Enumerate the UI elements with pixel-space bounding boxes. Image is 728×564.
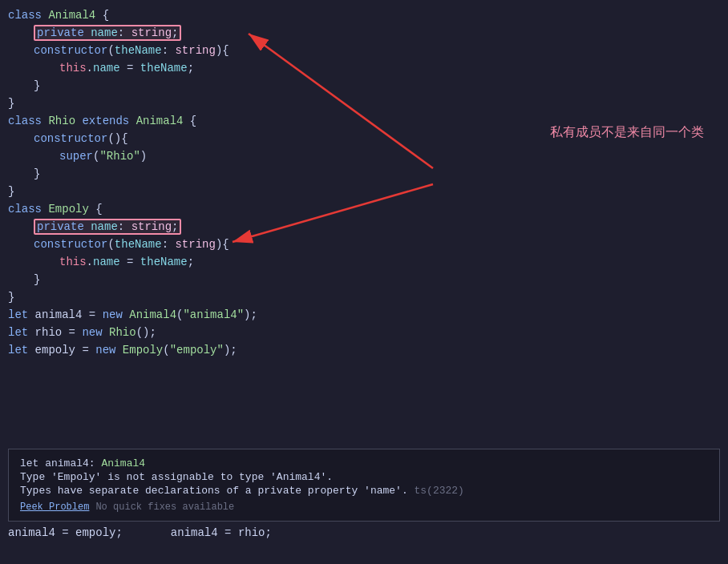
code-line: let empoly = new Empoly("empoly"); [0, 341, 728, 359]
tooltip-detail-suffix: . [402, 485, 415, 497]
code-line: super("Rhio") [0, 147, 728, 165]
code-line: } [0, 95, 728, 112]
tooltip-detail-name: 'name' [364, 485, 402, 497]
tooltip-prefix: let animal4: [20, 457, 101, 469]
tooltip-detail-prefix: Types have separate declarations of a pr… [20, 485, 364, 497]
code-line: } [0, 165, 728, 183]
code-line: let animal4 = new Animal4("animal4"); [0, 306, 728, 324]
bottom-code-line: animal4 = empoly; animal4 = rhio; [0, 522, 728, 544]
peek-problem-link[interactable]: Peek Problem [20, 502, 89, 513]
code-line: private name: string; [0, 24, 728, 42]
code-line: } [0, 183, 728, 200]
tooltip-panel: let animal4: Animal4 Type 'Empoly' is no… [8, 449, 720, 522]
no-fixes-label: No quick fixes available [95, 502, 234, 513]
tooltip-error-line: Type 'Empoly' is not assignable to type … [20, 471, 708, 483]
tooltip-detail-line: Types have separate declarations of a pr… [20, 485, 708, 497]
bottom-assign-2: animal4 = rhio; [171, 526, 272, 539]
code-line: } [0, 271, 728, 288]
tooltip-ts-code: ts(2322) [415, 485, 464, 497]
code-line: this.name = theName; [0, 59, 728, 77]
bottom-val1: empoly; [75, 526, 123, 539]
tooltip-type-value: Animal4 [101, 457, 145, 469]
bottom-assign-1: animal4 = empoly; [8, 526, 123, 539]
code-line: class Animal4 { [0, 6, 728, 24]
highlighted-code: private name: string; [34, 25, 181, 41]
code-line: constructor(theName: string){ [0, 236, 728, 253]
code-line: constructor(theName: string){ [0, 42, 728, 59]
code-line: let rhio = new Rhio(); [0, 324, 728, 341]
tooltip-type-line: let animal4: Animal4 [20, 457, 708, 469]
code-line: } [0, 288, 728, 306]
code-line: constructor(){ [0, 130, 728, 147]
bottom-var1: animal4 [8, 526, 55, 539]
code-line: } [0, 77, 728, 95]
code-editor: class Animal4 {private name: string;cons… [0, 0, 728, 449]
code-line: private name: string; [0, 218, 728, 236]
highlighted-code: private name: string; [34, 219, 181, 235]
bottom-var2: animal4 [171, 526, 218, 539]
code-line: this.name = theName; [0, 253, 728, 271]
code-line: class Empoly { [0, 200, 728, 218]
bottom-val2: rhio; [238, 526, 272, 539]
tooltip-actions: Peek Problem No quick fixes available [20, 502, 708, 513]
code-line: class Rhio extends Animal4 { [0, 112, 728, 130]
